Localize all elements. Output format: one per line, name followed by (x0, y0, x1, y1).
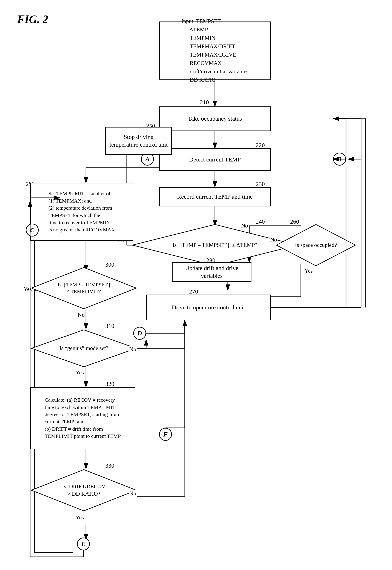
detect-temp-label: Detect current TEMP (189, 156, 241, 163)
is-temp-templimit-label: Is | TEMP – TEMPSET |≤ TEMPLIMIT? (41, 282, 127, 295)
drive-temp-label: Drive temperature control unit (172, 304, 245, 311)
input-box: Input: TEMPSET ΔTEMP TEMPMIN TEMPMAX/DRI… (159, 22, 271, 80)
calculate-box: Calculate: (a) RECOV = recovery time to … (30, 387, 135, 449)
stop-driving-box: Stop driving temperature control unit (105, 127, 172, 155)
update-drift-box: Update drift and drive variables (172, 262, 252, 282)
yes-label-260: Yes (304, 268, 313, 274)
input-line4: TEMPMAX/DRIFT (181, 42, 249, 51)
stop-driving-label: Stop driving temperature control unit (109, 133, 168, 149)
input-line2: ΔTEMP (181, 25, 249, 34)
step-310: 310 (105, 323, 114, 329)
calc-line6: TEMPLIMIT point to current TEMP (45, 433, 121, 440)
is-temp-templimit-diamond: Is | TEMP – TEMPSET |≤ TEMPLIMIT? (30, 267, 138, 310)
drive-temp-box: Drive temperature control unit (146, 295, 271, 320)
is-drift-recov-label: Is DRIFT/RECOV> DD RATIO? (41, 483, 127, 498)
no-label-260: No (241, 223, 249, 229)
input-line8: DD RATIO (181, 76, 249, 84)
record-temp-box: Record current TEMP and time (159, 187, 271, 206)
set-templimit-box: Set TEMPLIMIT = smaller of: (1) TEMPMAX;… (30, 183, 133, 241)
set-templimit-line5: time to recover to TEMPMIN (48, 219, 115, 227)
step-230: 230 (256, 181, 265, 187)
yes-label-300: Yes (23, 286, 32, 292)
step-220: 220 (256, 142, 265, 149)
connector-C: C (26, 224, 39, 237)
calc-line1: Calculate: (a) RECOV = recovery (45, 397, 121, 404)
calc-line3: degrees of TEMPSET, starting from (45, 411, 121, 418)
input-line6: RECOVMAX (181, 59, 249, 67)
calc-line2: time to reach within TEMPLIMIT (45, 404, 121, 411)
step-210: 210 (200, 99, 209, 106)
input-line3: TEMPMIN (181, 34, 249, 42)
yes-label-330: Yes (75, 514, 84, 521)
connector-F: F (159, 428, 172, 441)
update-drift-label: Update drift and drive variables (176, 264, 248, 280)
record-temp-label: Record current TEMP and time (177, 193, 252, 201)
set-templimit-line4: TEMPSET for which the (48, 212, 115, 219)
take-occupancy-label: Take occupancy status (188, 115, 242, 123)
detect-temp-box: Detect current TEMP (159, 148, 271, 171)
calc-line4: current TEMP; and (45, 418, 121, 426)
is-genius-label: Is “genius” mode set? (41, 345, 127, 352)
no-label-310: No (129, 346, 137, 353)
is-space-occupied-diamond: Is space occupied? (275, 224, 357, 267)
input-line1: Input: TEMPSET (181, 17, 249, 25)
take-occupancy-box: Take occupancy status (159, 106, 271, 131)
step-270: 270 (189, 288, 198, 295)
set-templimit-line2: (1) TEMPMAX; and (48, 197, 115, 205)
is-drift-recov-diamond: Is DRIFT/RECOV> DD RATIO? (30, 469, 138, 512)
no-label-300: No (77, 312, 85, 318)
is-space-occupied-label: Is space occupied? (283, 242, 349, 249)
set-templimit-line6: is no greater than RECOVMAX (48, 226, 115, 233)
no-label-330: No (129, 490, 137, 497)
input-line5: TEMPMAX/DRIVE (181, 51, 249, 59)
step-330: 330 (105, 462, 114, 469)
yes-label-310: Yes (75, 369, 84, 376)
step-320: 320 (105, 381, 114, 387)
is-temp-delta-label: Is | TEMP – TEMPSET | ≤ ΔTEMP? (148, 242, 282, 249)
connector-B: B (333, 153, 346, 166)
is-genius-diamond: Is “genius” mode set? (30, 329, 138, 368)
connector-E: E (77, 538, 90, 550)
calc-line5: (b) DRIFT = drift time from (45, 426, 121, 433)
set-templimit-line1: Set TEMPLIMIT = smaller of: (48, 190, 115, 197)
input-line7: drift/drive initial variables (181, 67, 249, 76)
set-templimit-line3: (2) temperature deviation from (48, 204, 115, 212)
